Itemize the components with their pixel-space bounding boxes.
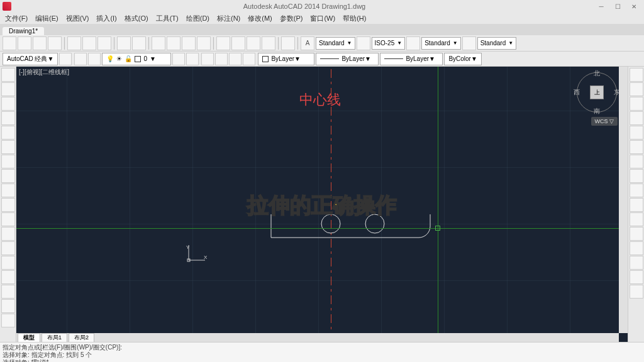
- minimize-button[interactable]: ─: [594, 1, 609, 11]
- hatch-tool[interactable]: [1, 155, 15, 168]
- block-tool[interactable]: [1, 198, 15, 212]
- properties-button[interactable]: [216, 36, 230, 50]
- layer-off-button[interactable]: [243, 53, 255, 65]
- compass-south[interactable]: 南: [594, 107, 600, 116]
- circle-tool[interactable]: [1, 97, 15, 111]
- rotate-tool[interactable]: [630, 155, 643, 168]
- layer-uniso-button[interactable]: [215, 53, 228, 65]
- zoom-button[interactable]: [167, 36, 180, 50]
- layout1-tab[interactable]: 布局1: [42, 333, 67, 343]
- explode-tool[interactable]: [630, 285, 643, 299]
- sheet-set-button[interactable]: [262, 36, 275, 50]
- chamfer-tool[interactable]: [630, 256, 643, 270]
- text-style-dropdown[interactable]: Standard▼: [316, 37, 355, 50]
- menu-window[interactable]: 窗口(W): [306, 14, 339, 23]
- ellipse-tool[interactable]: [1, 140, 15, 154]
- scale-tool[interactable]: [630, 169, 643, 183]
- menu-edit[interactable]: 编辑(E): [31, 14, 62, 23]
- linetype-dropdown[interactable]: ByLayer▼: [316, 53, 379, 65]
- polyline-tool[interactable]: [1, 82, 15, 96]
- redo-button[interactable]: [132, 36, 146, 50]
- menu-help[interactable]: 帮助(H): [339, 14, 370, 23]
- plotstyle-dropdown[interactable]: ByColor▼: [444, 53, 482, 65]
- print-button[interactable]: [48, 36, 62, 50]
- trim-tool[interactable]: [630, 198, 643, 212]
- stretch-tool[interactable]: [630, 184, 643, 197]
- new-button[interactable]: [3, 36, 16, 50]
- lineweight-dropdown[interactable]: ByLayer▼: [380, 53, 443, 65]
- arc-tool[interactable]: [1, 111, 15, 125]
- save-button[interactable]: [33, 36, 47, 50]
- open-button[interactable]: [18, 36, 31, 50]
- tablestyle-icon[interactable]: [406, 36, 420, 50]
- layer-states-button[interactable]: [88, 53, 101, 65]
- layout2-tab[interactable]: 布局2: [69, 333, 94, 343]
- boundary-tool[interactable]: [1, 314, 15, 327]
- viewcube-top-face[interactable]: 上: [590, 85, 604, 99]
- maximize-button[interactable]: ☐: [610, 1, 625, 11]
- menu-modify[interactable]: 修改(M): [244, 14, 276, 23]
- mleaderstyle-icon[interactable]: [462, 36, 476, 50]
- help-button[interactable]: [281, 36, 295, 50]
- menu-file[interactable]: 文件(F): [1, 14, 31, 23]
- zoom-previous-button[interactable]: [197, 36, 211, 50]
- design-center-button[interactable]: [231, 36, 245, 50]
- rectangle-tool[interactable]: [1, 126, 15, 140]
- undo-button[interactable]: [117, 36, 131, 50]
- compass-north[interactable]: 北: [594, 69, 600, 78]
- zoom-window-button[interactable]: [182, 36, 196, 50]
- break-tool[interactable]: [630, 227, 643, 241]
- dimstyle-icon[interactable]: [357, 36, 370, 50]
- table-style-dropdown[interactable]: Standard▼: [421, 37, 461, 50]
- copy-tool[interactable]: [630, 82, 643, 96]
- document-tab[interactable]: Drawing1*: [3, 27, 44, 35]
- menu-draw[interactable]: 绘图(D): [182, 14, 213, 23]
- region-tool[interactable]: [1, 241, 15, 255]
- offset-tool[interactable]: [630, 111, 643, 125]
- layer-previous-button[interactable]: [172, 53, 185, 65]
- workspace-dropdown[interactable]: AutoCAD 经典▼: [3, 53, 58, 65]
- move-tool[interactable]: [630, 140, 643, 154]
- gradient-tool[interactable]: [1, 299, 15, 313]
- menu-view[interactable]: 视图(V): [62, 14, 93, 23]
- array-tool[interactable]: [630, 126, 643, 140]
- spline-tool[interactable]: [1, 169, 15, 183]
- erase-tool[interactable]: [630, 68, 643, 82]
- wipeout-tool[interactable]: [1, 285, 15, 299]
- cut-button[interactable]: [67, 36, 81, 50]
- revision-cloud-tool[interactable]: [1, 256, 15, 270]
- mleader-style-dropdown[interactable]: Standard▼: [477, 37, 517, 50]
- close-button[interactable]: ✕: [626, 1, 641, 11]
- extend-tool[interactable]: [630, 212, 643, 226]
- menu-tools[interactable]: 工具(T): [152, 14, 182, 23]
- menu-dimension[interactable]: 标注(N): [213, 14, 244, 23]
- tool-palettes-button[interactable]: [247, 36, 260, 50]
- line-tool[interactable]: [1, 68, 15, 82]
- vertical-scrollbar[interactable]: [619, 67, 628, 333]
- workspace-settings-button[interactable]: [59, 53, 72, 65]
- layer-dropdown[interactable]: 💡 ☀ 🔓 0 ▼: [102, 53, 171, 65]
- view-cube[interactable]: 上 北 南 东 西: [575, 70, 619, 114]
- layer-match-button[interactable]: [186, 53, 199, 65]
- fillet-tool[interactable]: [630, 270, 643, 284]
- dim-style-dropdown[interactable]: ISO-25▼: [372, 37, 406, 50]
- textstyle-icon[interactable]: A: [301, 36, 314, 50]
- wcs-badge[interactable]: WCS ▽: [591, 117, 618, 126]
- menu-parametric[interactable]: 参数(P): [276, 14, 307, 23]
- join-tool[interactable]: [630, 241, 643, 255]
- point-tool[interactable]: [1, 184, 15, 197]
- compass-west[interactable]: 西: [574, 88, 580, 97]
- model-tab[interactable]: 模型: [18, 333, 40, 343]
- pan-button[interactable]: [152, 36, 165, 50]
- horizontal-scrollbar[interactable]: 模型 布局1 布局2: [16, 333, 619, 342]
- menu-format[interactable]: 格式(O): [121, 14, 152, 23]
- table-tool[interactable]: [1, 212, 15, 226]
- paste-button[interactable]: [97, 36, 111, 50]
- copy-button[interactable]: [82, 36, 96, 50]
- layer-properties-button[interactable]: [74, 53, 87, 65]
- drawing-canvas[interactable]: [-][俯视][二维线框] 中心线 Y X: [16, 67, 628, 342]
- color-dropdown[interactable]: ByLayer▼: [258, 53, 314, 65]
- donut-tool[interactable]: [1, 270, 15, 284]
- text-tool[interactable]: [1, 227, 15, 241]
- viewport-label[interactable]: [-][俯视][二维线框]: [19, 68, 69, 77]
